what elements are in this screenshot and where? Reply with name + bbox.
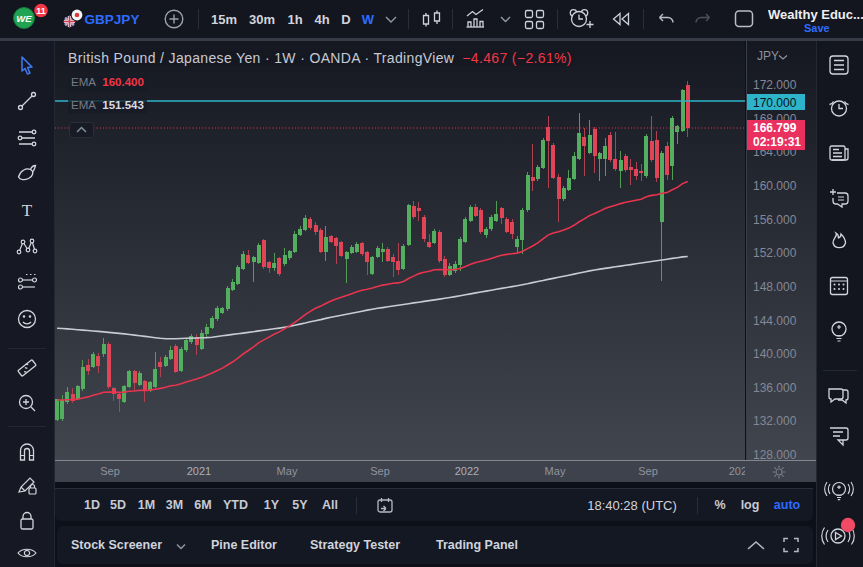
svg-text:T: T (22, 201, 33, 220)
svg-text:WE: WE (16, 13, 32, 24)
svg-text:11: 11 (36, 6, 46, 16)
